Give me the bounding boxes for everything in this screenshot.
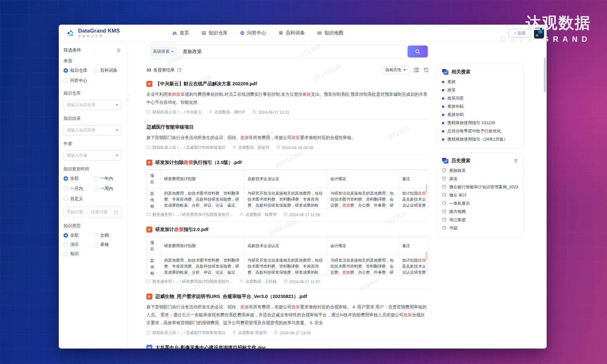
related-search-item[interactable]: 携程商旅使用指引（24年2月版） [442, 135, 518, 143]
related-search-item[interactable]: 携程商旅使用指引 231225 [442, 119, 518, 127]
history-search-item[interactable]: 渠道 [442, 175, 518, 183]
result-path: 财税机器人组 / ... / 中兴新云 [146, 110, 202, 115]
history-search-item[interactable]: 南方电网 [442, 208, 518, 216]
bullet-icon [442, 97, 444, 100]
filter-sidebar: 筛选条件 来源 知识仓库百科词条问答中心 知识仓库 请输入知识仓库 知识目录 请… [59, 42, 128, 348]
result-title[interactable]: P研发加计政策指引2.0.pdf [146, 227, 429, 233]
sort-dropdown[interactable]: 按相关性 [382, 66, 409, 74]
table-row-label-cell: 其他相关 [147, 188, 161, 209]
snippet-text: 执行指引（2.0版）.pdf [193, 160, 242, 165]
advanced-search-label: 高级搜索 [153, 49, 169, 54]
advanced-search-dropdown[interactable]: 高级搜索 [150, 46, 177, 57]
history-clock-icon [442, 226, 446, 231]
result-title[interactable]: P研发加计扣除政策执行指引（2.0版）.pdf [146, 160, 429, 166]
radio-source-问答中心[interactable]: 问答中心 [64, 78, 94, 83]
result-item[interactable]: P研发加计扣除政策执行指引（2.0版）.pdf项目研发费用加计扣除高新技术企业认… [146, 155, 429, 222]
result-item[interactable]: P【中兴新云】财云在线产品解决方案 202209.pdf企业可利用差旅政策规则与… [146, 76, 429, 119]
related-search-item[interactable]: 政策 [442, 86, 518, 94]
window-scrollbar[interactable] [544, 42, 546, 347]
history-search-item[interactable]: 微众银行智能审计知识管理案例_2023080... [442, 183, 518, 191]
search-button[interactable] [408, 46, 428, 58]
result-title[interactable]: P【中兴新云】财云在线产品解决方案 202209.pdf [146, 81, 429, 87]
result-table: 项目研发费用加计扣除高新技术企业认定会计规定备注其他相关的其他费用，如技术图书资… [146, 236, 429, 276]
history-search-item[interactable]: 一体机展示 [442, 199, 518, 208]
new-button[interactable]: + 新建 [508, 29, 531, 38]
radio-dot-icon [64, 252, 68, 256]
export-results-icon[interactable] [177, 68, 182, 72]
related-search-item-label: 差旅补助 [447, 112, 464, 118]
radio-source-知识仓库[interactable]: 知识仓库 [64, 68, 94, 73]
radio-time-全部[interactable]: 全部 [64, 176, 94, 181]
pdf-file-icon: P [146, 227, 152, 233]
nav-item-知识仓库[interactable]: 知识仓库 [201, 30, 228, 36]
clock-icon [253, 110, 256, 115]
related-search-item[interactable]: 政策问答 [442, 94, 518, 102]
history-search-item[interactable]: 张江集团 [442, 216, 518, 224]
result-title[interactable]: 迈威医疗智能审核项目 [146, 124, 429, 130]
history-search-item[interactable]: 差旅政策 [442, 167, 518, 175]
table-scrollbar[interactable] [426, 251, 427, 274]
result-item[interactable]: P研发加计政策指引2.0.pdf项目研发费用加计扣除高新技术企业认定会计规定备注… [146, 222, 429, 289]
highlighted-term: 差旅 [303, 92, 311, 97]
related-search-item-label: 携程商旅使用指引 231225 [447, 120, 495, 126]
pdf-file-icon: P [146, 160, 152, 166]
graph-view-icon[interactable] [423, 68, 429, 73]
author-select[interactable]: 请输入作者 [64, 150, 121, 161]
history-clock-icon [442, 176, 446, 182]
nav-item-知识地图[interactable]: 知识地图 [317, 30, 343, 36]
radio-dot-icon [94, 186, 98, 191]
radio-type-表格[interactable]: 表格 [94, 242, 121, 247]
snippet-text: 企业可利用 [146, 92, 168, 97]
related-search-item[interactable]: 差旅补贴 [442, 102, 518, 111]
clear-filters-trash-icon[interactable] [116, 48, 121, 53]
brand-logo[interactable]: DataGrand KMS 智能知识管理 [59, 28, 135, 38]
nav-item-label: 知识地图 [324, 30, 343, 36]
radio-source-百科词条[interactable]: 百科词条 [94, 68, 121, 73]
history-search-item[interactable]: 微众 审计 [442, 191, 518, 199]
table-scrollbar[interactable] [426, 184, 427, 207]
result-item[interactable]: 迈威医疗智能审核项目旗下营销部门执行业务活动所发生的会议、招待、差旅等所有费用，… [146, 119, 429, 155]
radio-type-知识[interactable]: 知识 [64, 251, 94, 257]
radio-time-一年内[interactable]: 一年内 [94, 176, 121, 181]
avatar[interactable] [534, 28, 544, 39]
radio-dot-icon [64, 78, 68, 83]
nav-item-问答中心[interactable]: 问答中心 [240, 30, 266, 36]
clear-history-trash-icon[interactable] [513, 158, 518, 163]
date-range-input[interactable]: 开始日期 → 结束日期 [64, 207, 121, 217]
radio-type-文档[interactable]: 文档 [94, 233, 121, 238]
radio-time-一月内[interactable]: 一月内 [64, 186, 94, 191]
radio-dot-icon [64, 186, 68, 191]
scrollbar-thumb[interactable] [544, 58, 546, 92]
nav-item-首页[interactable]: 首页 [172, 30, 189, 36]
list-view-icon[interactable] [414, 68, 419, 72]
author-label: 作者 [64, 141, 121, 147]
history-search-item[interactable]: 书籍 [442, 224, 518, 232]
result-title[interactable]: W大共享中台-影像采集中心建设咨询项目招标文件.doc [146, 345, 429, 349]
table-scrollbar-thumb[interactable] [426, 251, 427, 261]
search-input[interactable]: 差旅政策 [177, 49, 408, 55]
nav-item-百科词条[interactable]: 百科词条 [278, 30, 305, 36]
sidebar-collapse-toggle[interactable]: ‹ [126, 94, 130, 105]
radio-time-自定义[interactable]: 自定义 [64, 196, 94, 202]
repo-label: 知识仓库 [64, 90, 121, 96]
related-search-item[interactable]: 总经办每季度中给予行政优化 [442, 127, 518, 135]
catalog-select[interactable]: 请输入知识目录 [64, 125, 121, 135]
results-count: 33 条搜索结果 [146, 67, 182, 73]
related-search-title: 相关搜索 [451, 69, 470, 75]
radio-time-一周内[interactable]: 一周内 [94, 186, 121, 191]
highlighted-term: 政策 [174, 227, 184, 232]
result-item[interactable]: W大共享中台-影像采集中心建设咨询项目招标文件.doc包括但不限于包含税费、维保… [146, 340, 429, 349]
result-item[interactable]: P迈威生物_用户需求说明书URS_合规审核平台_Ver3.0（20230821）… [146, 289, 429, 340]
related-search-item[interactable]: 差旅 [442, 78, 518, 86]
result-time-text: 2024-06-17 13:31 [258, 110, 290, 115]
radio-type-全部[interactable]: 全部 [64, 233, 94, 238]
snippet-text: 旗下营销部门执行业务活动所发生的会议、招待、 [146, 305, 240, 309]
table-scrollbar-thumb[interactable] [426, 184, 427, 194]
repo-select[interactable]: 请输入知识仓库 [64, 100, 121, 110]
result-title[interactable]: P迈威生物_用户需求说明书URS_合规审核平台_Ver3.0（20230821）… [146, 294, 429, 300]
related-search-item[interactable]: 差旅补助 [442, 111, 518, 119]
nav-item-label: 问答中心 [247, 30, 266, 36]
related-search-header: 相关搜索 [442, 69, 518, 75]
radio-type-演示[interactable]: 演示 [64, 242, 94, 247]
clock-icon [276, 145, 280, 150]
